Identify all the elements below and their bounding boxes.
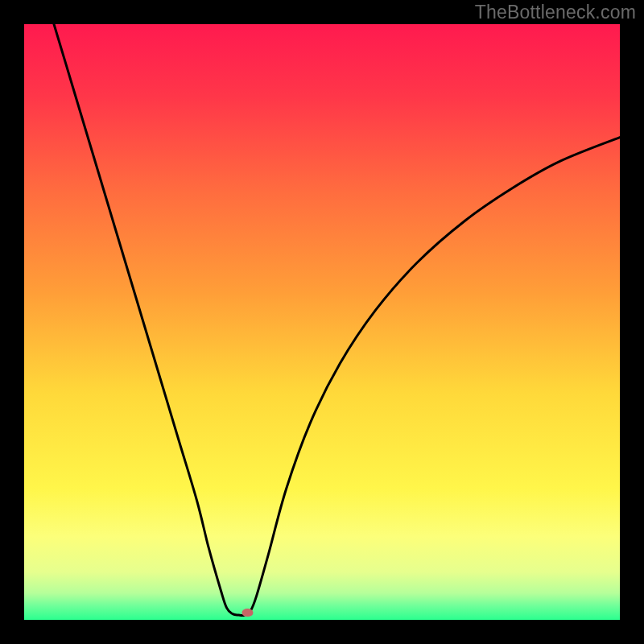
optimal-point-marker <box>242 609 254 617</box>
watermark-text: TheBottleneck.com <box>475 2 636 23</box>
bottleneck-curve-plot <box>24 24 620 620</box>
chart-frame: TheBottleneck.com <box>0 0 644 644</box>
gradient-background <box>24 24 620 620</box>
